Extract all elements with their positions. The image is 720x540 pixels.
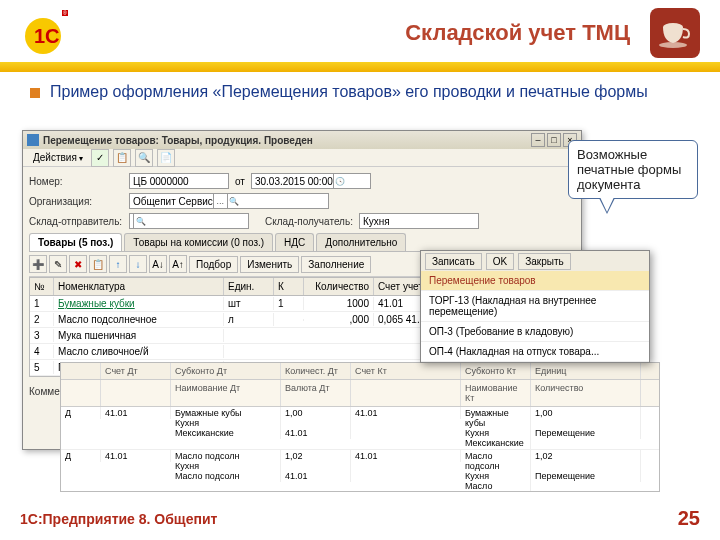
window-title: Перемещение товаров: Товары, продукция. …	[43, 135, 529, 146]
sklad-from-input[interactable]: 🔍	[129, 213, 249, 229]
col-ed[interactable]: Един.	[224, 278, 274, 295]
print-item-1[interactable]: ТОРГ-13 (Накладная на внутреннее перемещ…	[421, 291, 649, 322]
col-k[interactable]: К	[274, 278, 304, 295]
tab-dop[interactable]: Дополнительно	[316, 233, 406, 251]
footer-left: 1С:Предприятие 8. Общепит	[20, 511, 217, 527]
sklad-from-label: Склад-отправитель:	[29, 216, 123, 227]
nomer-label: Номер:	[29, 176, 123, 187]
up-icon[interactable]: ↑	[109, 255, 127, 273]
maximize-button[interactable]: □	[547, 133, 561, 147]
logo-1c: 1С®	[20, 8, 70, 58]
menu-actions[interactable]: Действия	[29, 151, 87, 164]
col-nom[interactable]: Номенклатура	[54, 278, 224, 295]
sort-az-icon[interactable]: A↓	[149, 255, 167, 273]
titlebar: Перемещение товаров: Товары, продукция. …	[23, 131, 581, 149]
tb-icon-2[interactable]: 📋	[113, 149, 131, 167]
podbor-button[interactable]: Подбор	[189, 256, 238, 273]
window-icon	[27, 134, 39, 146]
down-icon[interactable]: ↓	[129, 255, 147, 273]
zakryt-button[interactable]: Закрыть	[518, 253, 571, 270]
print-item-3[interactable]: ОП-4 (Накладная на отпуск товара...	[421, 342, 649, 362]
tab-tovary[interactable]: Товары (5 поз.)	[29, 233, 122, 251]
sklad-to-input[interactable]: Кухня	[359, 213, 479, 229]
date-input[interactable]: 30.03.2015 00:00🕓	[251, 173, 371, 189]
svg-text:1С: 1С	[34, 25, 60, 47]
menubar: Действия ✓ 📋 🔍 📄	[23, 149, 581, 167]
tab-komissii[interactable]: Товары на комиссии (0 поз.)	[124, 233, 273, 251]
ok-button[interactable]: OK	[486, 253, 514, 270]
slide-header: 1С® Складской учет ТМЦ	[0, 0, 720, 58]
print-menu: Записать OK Закрыть Перемещение товаров …	[420, 250, 650, 363]
open-icon[interactable]: 🔍	[227, 194, 241, 208]
edit-icon[interactable]: ✎	[49, 255, 67, 273]
org-label: Организация:	[29, 196, 123, 207]
lookup-icon[interactable]: …	[213, 194, 227, 208]
tb-icon-3[interactable]: 🔍	[135, 149, 153, 167]
add-icon[interactable]: ➕	[29, 255, 47, 273]
coffee-icon	[650, 8, 700, 58]
izmenit-button[interactable]: Изменить	[240, 256, 299, 273]
svg-point-5	[659, 42, 687, 48]
lookup-icon[interactable]: 🔍	[133, 214, 147, 228]
bullet-text: Пример оформления «Перемещения товаров» …	[50, 82, 648, 103]
ot-label: от	[235, 176, 245, 187]
tb-icon-1[interactable]: ✓	[91, 149, 109, 167]
minimize-button[interactable]: –	[531, 133, 545, 147]
org-input[interactable]: Общепит Сервис…🔍	[129, 193, 329, 209]
col-qty[interactable]: Количество	[304, 278, 374, 295]
tab-nds[interactable]: НДС	[275, 233, 314, 251]
accounting-grid: Счет Дт Субконто Дт Количест. Дт Счет Кт…	[60, 362, 660, 492]
page-number: 25	[678, 507, 700, 530]
delete-icon[interactable]: ✖	[69, 255, 87, 273]
acc-row[interactable]: Д41.01Масло подсолнКухняМасло подсолн1,0…	[61, 450, 659, 492]
zapisat-button[interactable]: Записать	[425, 253, 482, 270]
svg-text:®: ®	[63, 10, 67, 16]
slide-footer: 1С:Предприятие 8. Общепит 25	[20, 507, 700, 530]
date-picker-icon[interactable]: 🕓	[333, 174, 347, 188]
col-n[interactable]: №	[30, 278, 54, 295]
bullet-row: Пример оформления «Перемещения товаров» …	[0, 72, 720, 113]
callout-arrow-icon	[599, 198, 615, 214]
tb-icon-4[interactable]: 📄	[157, 149, 175, 167]
sklad-to-label: Склад-получатель:	[255, 216, 353, 227]
copy-icon[interactable]: 📋	[89, 255, 107, 273]
bullet-icon	[30, 88, 40, 98]
zapolnit-button[interactable]: Заполнение	[301, 256, 371, 273]
print-item-0[interactable]: Перемещение товаров	[421, 271, 649, 291]
print-item-2[interactable]: ОП-3 (Требование в кладовую)	[421, 322, 649, 342]
sort-za-icon[interactable]: A↑	[169, 255, 187, 273]
brand-band	[0, 62, 720, 72]
slide-title: Складской учет ТМЦ	[70, 20, 650, 46]
callout: Возможные печатные формы документа	[568, 140, 698, 199]
nomer-input[interactable]: ЦБ 0000000	[129, 173, 229, 189]
acc-row[interactable]: Д41.01Бумажные кубыКухняМексиканские1,00…	[61, 407, 659, 450]
